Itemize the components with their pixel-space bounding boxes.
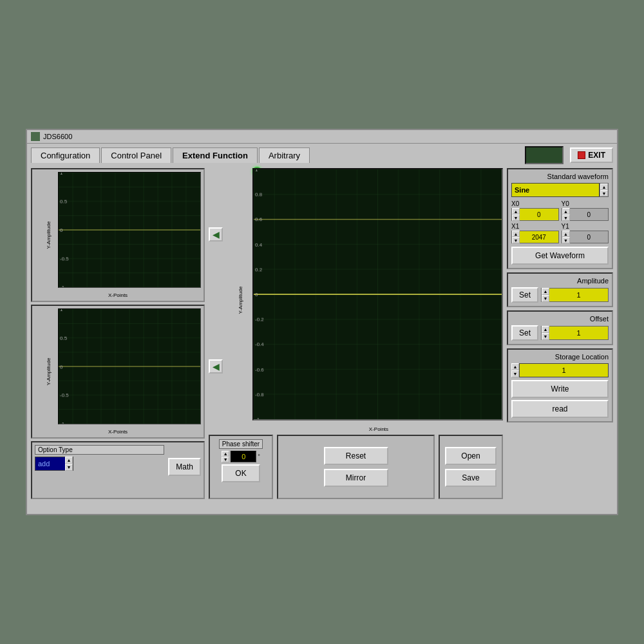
storage-title: Storage Location <box>511 353 609 361</box>
amplitude-value: 1 <box>549 291 608 299</box>
option-panel: Option Type add ▲ ▼ Math <box>31 441 205 499</box>
x0-group: X0 ▲ ▼ 0 <box>511 200 559 221</box>
tabs-row: Configuration Control Panel Extend Funct… <box>27 144 617 164</box>
y0-down[interactable]: ▼ <box>562 214 570 221</box>
y1-group: Y1 ▲ ▼ 0 <box>562 223 609 243</box>
main-chart-canvas <box>254 169 502 419</box>
tab-extend-function[interactable]: Extend Function <box>173 147 258 163</box>
y1-value: 0 <box>570 234 609 241</box>
y0-group: Y0 ▲ ▼ 0 <box>562 200 609 221</box>
option-type-down[interactable]: ▼ <box>65 464 73 471</box>
storage-down[interactable]: ▼ <box>511 370 519 377</box>
amplitude-set-button[interactable]: Set <box>511 287 538 303</box>
storage-up[interactable]: ▲ <box>511 363 519 370</box>
option-type-up[interactable]: ▲ <box>65 457 73 464</box>
standard-waveform-section: Standard waveform Sine ▲ ▼ X0 ▲ <box>507 168 613 269</box>
offset-section: Offset Set ▲ ▼ 1 <box>507 310 613 345</box>
ok-button[interactable]: OK <box>222 464 260 482</box>
math-button[interactable]: Math <box>168 458 201 476</box>
offset-title: Offset <box>511 315 609 323</box>
left-panel: Y-Amplitude X-Points Y-Amplitude X-Point… <box>31 168 205 499</box>
bottom-chart-container: Y-Amplitude X-Points <box>31 305 205 439</box>
storage-value: 1 <box>519 363 609 377</box>
x0-value: 0 <box>520 211 558 218</box>
x0-label: X0 <box>511 200 559 207</box>
amplitude-title: Amplitude <box>511 277 609 285</box>
main-content: Y-Amplitude X-Points Y-Amplitude X-Point… <box>27 164 617 503</box>
option-type-value: add <box>35 460 65 468</box>
top-chart-y-label: Y-Amplitude <box>46 222 52 249</box>
reset-button[interactable]: Reset <box>324 447 388 465</box>
tab-control-panel[interactable]: Control Panel <box>101 147 171 163</box>
offset-up[interactable]: ▲ <box>542 326 549 333</box>
x1-value: 2047 <box>520 234 558 241</box>
save-button[interactable]: Save <box>445 469 497 487</box>
offset-value: 1 <box>549 329 608 337</box>
amplitude-row: Set ▲ ▼ 1 <box>511 287 609 303</box>
arrow-column: ◀ ◀ <box>209 168 224 432</box>
phase-value: 0 <box>231 451 256 462</box>
top-chart-x-label: X-Points <box>108 292 128 298</box>
read-button[interactable]: read <box>511 400 609 418</box>
bottom-chart-x-label: X-Points <box>108 429 128 435</box>
app-icon <box>31 132 40 141</box>
write-button[interactable]: Write <box>511 380 609 398</box>
phase-down[interactable]: ▼ <box>222 457 229 462</box>
bottom-chart-y-label: Y-Amplitude <box>46 358 52 386</box>
offset-set-button[interactable]: Set <box>511 325 538 341</box>
xy0-row: X0 ▲ ▼ 0 Y0 ▲ <box>511 200 609 221</box>
big-chart-bg <box>252 168 503 421</box>
top-chart-container: Y-Amplitude X-Points <box>31 168 205 302</box>
amplitude-up[interactable]: ▲ <box>542 288 549 295</box>
standard-waveform-title: Standard waveform <box>511 173 609 180</box>
title-bar: JDS6600 <box>27 130 617 144</box>
y1-label: Y1 <box>562 223 609 230</box>
arrow-down-button[interactable]: ◀ <box>209 359 223 374</box>
right-panel: Standard waveform Sine ▲ ▼ X0 ▲ <box>507 168 613 499</box>
middle-panel: ◀ ◀ Y-Amplitude X-Points Ph <box>209 168 503 499</box>
exit-label: EXIT <box>588 151 605 160</box>
y0-value: 0 <box>570 211 609 218</box>
mirror-button[interactable]: Mirror <box>324 469 388 487</box>
main-chart-x-label: X-Points <box>369 426 388 432</box>
y0-up[interactable]: ▲ <box>562 208 570 214</box>
option-type-label: Option Type <box>35 445 164 455</box>
title-bar-text: JDS6600 <box>43 133 72 140</box>
phase-label: Phase shifter <box>219 439 263 449</box>
bottom-controls: Phase shifter ▲ ▼ 0 ° OK Reset Mirror <box>209 435 503 499</box>
y0-label: Y0 <box>562 200 609 207</box>
open-button[interactable]: Open <box>445 447 497 465</box>
phase-up[interactable]: ▲ <box>222 451 229 457</box>
main-chart-area: ◀ ◀ Y-Amplitude X-Points <box>209 168 503 432</box>
x1-down[interactable]: ▼ <box>512 237 520 243</box>
x1-up[interactable]: ▲ <box>512 231 520 237</box>
amplitude-down[interactable]: ▼ <box>542 295 549 302</box>
get-waveform-button[interactable]: Get Waveform <box>511 247 609 265</box>
offset-down[interactable]: ▼ <box>542 333 549 340</box>
waveform-down[interactable]: ▼ <box>600 190 608 196</box>
tab-configuration[interactable]: Configuration <box>31 147 100 163</box>
storage-section: Storage Location ▲ ▼ 1 Write read <box>507 348 613 422</box>
waveform-up[interactable]: ▲ <box>600 184 608 190</box>
main-chart-y-label: Y-Amplitude <box>238 287 243 314</box>
big-chart-wrap: Y-Amplitude X-Points <box>227 168 503 432</box>
save-open-box: Open Save <box>439 435 503 499</box>
x1-label: X1 <box>511 223 559 230</box>
y1-down[interactable]: ▼ <box>562 237 570 243</box>
phase-unit: ° <box>258 453 260 460</box>
x0-down[interactable]: ▼ <box>512 214 520 221</box>
tab-arbitrary[interactable]: Arbitrary <box>259 147 310 163</box>
top-chart-canvas <box>59 173 200 287</box>
xy1-row: X1 ▲ ▼ 2047 Y1 ▲ <box>511 223 609 243</box>
phase-box: Phase shifter ▲ ▼ 0 ° OK <box>209 435 273 499</box>
x0-up[interactable]: ▲ <box>512 208 520 214</box>
waveform-value: Sine <box>511 183 600 197</box>
offset-row: Set ▲ ▼ 1 <box>511 325 609 341</box>
bottom-chart-canvas <box>59 309 200 424</box>
y1-up[interactable]: ▲ <box>562 231 570 237</box>
main-window: JDS6600 Configuration Control Panel Exte… <box>26 129 618 515</box>
action-box: Reset Mirror <box>277 435 435 499</box>
exit-button[interactable]: EXIT <box>570 147 613 163</box>
arrow-up-button[interactable]: ◀ <box>209 227 223 242</box>
status-indicator <box>525 146 564 164</box>
